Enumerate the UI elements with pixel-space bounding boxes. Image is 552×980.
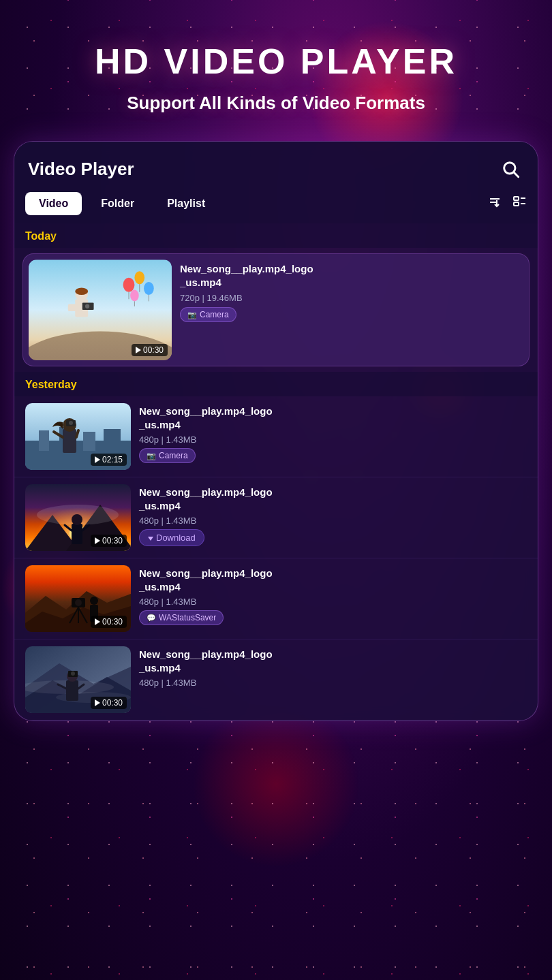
featured-video-tag[interactable]: Camera	[180, 307, 236, 322]
download-label: Download	[156, 533, 196, 543]
svg-line-1	[514, 172, 518, 176]
video-name-4: New_song__play.mp4_logo_us.mp4	[139, 648, 527, 674]
svg-point-22	[85, 304, 89, 309]
tab-video[interactable]: Video	[25, 192, 82, 215]
svg-point-11	[123, 278, 135, 292]
video-info-1: New_song__play.mp4_logo_us.mp4 480p | 1.…	[139, 403, 527, 463]
svg-rect-5	[514, 197, 519, 200]
grid-icon[interactable]	[512, 195, 527, 213]
section-yesterday: Yesterday	[14, 372, 538, 396]
svg-rect-31	[63, 429, 76, 453]
svg-point-23	[75, 287, 88, 295]
download-arrow-icon	[148, 537, 153, 541]
svg-rect-7	[514, 202, 519, 206]
svg-rect-62	[66, 680, 78, 701]
video-info-2: New_song__play.mp4_logo_us.mp4 480p | 1.…	[139, 484, 527, 546]
tabs-row: Video Folder Playlist	[14, 192, 538, 223]
video-item-3[interactable]: 00:30 New_song__play.mp4_logo_us.mp4 480…	[14, 558, 538, 639]
duration-3: 00:30	[91, 616, 127, 628]
video-meta-1: 480p | 1.43MB	[139, 434, 527, 445]
sort-icon[interactable]	[487, 195, 502, 213]
featured-video-meta: 720p | 19.46MB	[180, 293, 523, 303]
video-meta-3: 480p | 1.43MB	[139, 597, 527, 607]
featured-video-item[interactable]: 00:30 New_song__play.mp4_logo_us.mp4 720…	[22, 253, 530, 366]
thumbnail-4: 00:30	[25, 646, 131, 713]
search-button[interactable]	[497, 155, 524, 183]
hero-title: HD VIDEO PLAYER	[14, 41, 538, 82]
svg-point-56	[90, 597, 98, 605]
video-meta-2: 480p | 1.43MB	[139, 516, 527, 526]
featured-thumbnail: 00:30	[29, 259, 172, 360]
video-item-2[interactable]: 00:30 New_song__play.mp4_logo_us.mp4 480…	[14, 477, 538, 558]
svg-rect-24	[68, 304, 79, 312]
download-button[interactable]: Download	[139, 529, 204, 546]
video-item-1[interactable]: 02:15 New_song__play.mp4_logo_us.mp4 480…	[14, 396, 538, 477]
svg-point-44	[72, 514, 82, 525]
featured-duration: 00:30	[132, 344, 168, 356]
app-title: Video Player	[28, 159, 134, 180]
svg-rect-30	[104, 429, 121, 451]
svg-point-51	[75, 599, 82, 606]
thumbnail-1: 02:15	[25, 403, 131, 470]
thumbnail-2: 00:30	[25, 484, 131, 551]
section-today: Today	[14, 223, 538, 248]
tab-folder[interactable]: Folder	[87, 192, 148, 215]
duration-2: 00:30	[91, 535, 127, 547]
svg-rect-27	[39, 430, 49, 451]
video-info-3: New_song__play.mp4_logo_us.mp4 480p | 1.…	[139, 565, 527, 625]
duration-1: 02:15	[91, 454, 127, 466]
video-name-1: New_song__play.mp4_logo_us.mp4	[139, 405, 527, 431]
video-name-3: New_song__play.mp4_logo_us.mp4	[139, 567, 527, 593]
video-item-4[interactable]: 00:30 New_song__play.mp4_logo_us.mp4 480…	[14, 639, 538, 721]
svg-point-17	[130, 290, 139, 302]
svg-point-13	[134, 271, 144, 284]
hero-subtitle: Support All Kinds of Video Formats	[14, 93, 538, 114]
video-name-2: New_song__play.mp4_logo_us.mp4	[139, 486, 527, 512]
video-tag-1[interactable]: Camera	[139, 448, 196, 463]
tab-playlist[interactable]: Playlist	[153, 192, 219, 215]
featured-video-info: New_song__play.mp4_logo_us.mp4 720p | 19…	[177, 254, 529, 366]
thumbnail-3: 00:30	[25, 565, 131, 632]
app-card: Video Player Video Folder Playlist	[14, 141, 538, 721]
video-tag-3[interactable]: WAStatusSaver	[139, 610, 224, 625]
svg-point-65	[71, 671, 75, 676]
video-meta-4: 480p | 1.43MB	[139, 678, 527, 688]
featured-video-name: New_song__play.mp4_logo_us.mp4	[180, 262, 523, 289]
svg-rect-29	[83, 432, 95, 451]
duration-4: 00:30	[91, 697, 127, 709]
app-header: Video Player	[14, 142, 538, 192]
svg-point-15	[144, 282, 154, 295]
video-info-4: New_song__play.mp4_logo_us.mp4 480p | 1.…	[139, 646, 527, 688]
svg-rect-43	[72, 524, 82, 544]
svg-point-34	[69, 421, 73, 425]
